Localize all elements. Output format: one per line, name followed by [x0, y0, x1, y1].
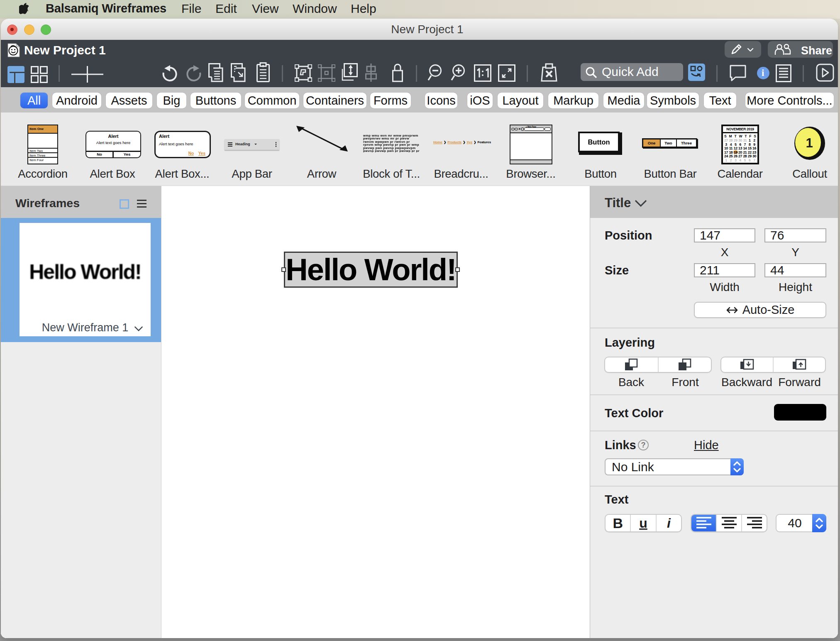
svg-text:1: 1	[806, 136, 813, 150]
